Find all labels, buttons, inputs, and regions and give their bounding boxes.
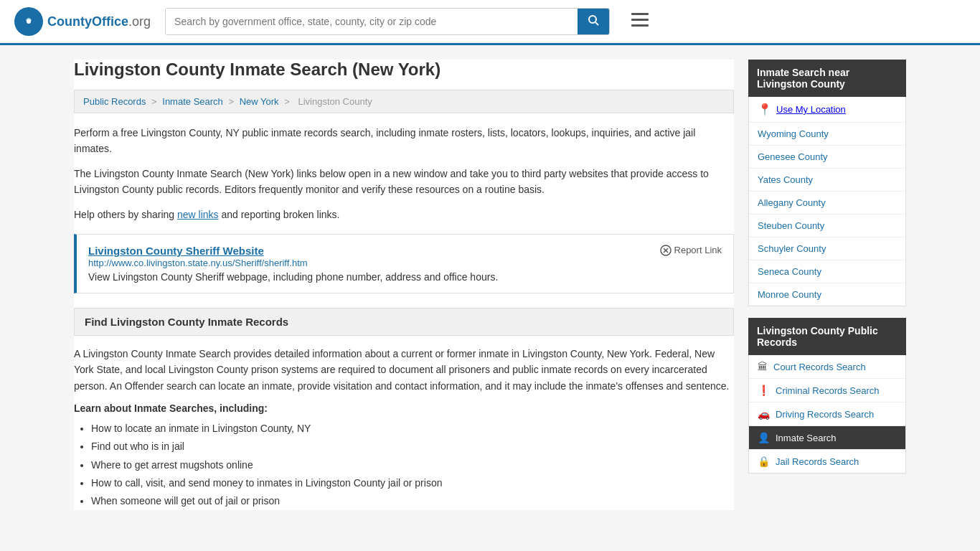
public-records-section: Livingston County Public Records 🏛 Court…: [748, 318, 906, 474]
svg-rect-5: [631, 19, 649, 21]
logo-name: CountyOffice: [47, 14, 128, 29]
inmate-icon: 👤: [758, 432, 770, 443]
criminal-records-link[interactable]: Criminal Records Search: [776, 385, 880, 396]
svg-point-1: [27, 19, 31, 24]
sidebar-pr-court-records[interactable]: 🏛 Court Records Search: [749, 355, 905, 379]
seneca-county-link[interactable]: Seneca County: [758, 266, 821, 277]
breadcrumb: Public Records > Inmate Search > New Yor…: [74, 90, 734, 113]
sidebar-pr-driving-records[interactable]: 🚗 Driving Records Search: [749, 402, 905, 426]
sidebar-item-allegany[interactable]: Allegany County: [749, 192, 905, 215]
sidebar-item-genesee[interactable]: Genesee County: [749, 146, 905, 169]
jail-icon: 🔒: [758, 456, 770, 467]
sidebar-item-steuben[interactable]: Steuben County: [749, 215, 905, 237]
list-item: How to locate an inmate in Livingston Co…: [91, 420, 734, 438]
nearby-header: Inmate Search near Livingston County: [748, 60, 906, 97]
learn-title: Learn about Inmate Searches, including:: [74, 402, 734, 414]
svg-point-2: [589, 16, 596, 23]
sheriff-link-card: Livingston County Sheriff Website Report…: [74, 234, 734, 293]
intro-paragraph-3: Help others by sharing new links and rep…: [74, 207, 734, 222]
search-button[interactable]: [578, 9, 609, 34]
wyoming-county-link[interactable]: Wyoming County: [758, 128, 829, 139]
site-header: CountyOffice.org: [0, 0, 980, 45]
sidebar-item-yates[interactable]: Yates County: [749, 169, 905, 192]
breadcrumb-new-york[interactable]: New York: [240, 96, 279, 107]
yates-county-link[interactable]: Yates County: [758, 174, 813, 185]
find-body-text: A Livingston County Inmate Search provid…: [74, 346, 734, 394]
find-section-title: Find Livingston County Inmate Records: [85, 316, 723, 328]
sheriff-website-link[interactable]: Livingston County Sheriff Website: [88, 245, 264, 257]
bullet-list: How to locate an inmate in Livingston Co…: [91, 420, 734, 510]
court-icon: 🏛: [758, 361, 768, 372]
hamburger-menu[interactable]: [631, 11, 649, 32]
main-content: Livingston County Inmate Search (New Yor…: [74, 60, 734, 510]
page-container: Livingston County Inmate Search (New Yor…: [60, 45, 920, 524]
list-item: Find out who is in jail: [91, 438, 734, 456]
page-title: Livingston County Inmate Search (New Yor…: [74, 60, 734, 80]
report-link-button[interactable]: Report Link: [660, 245, 722, 256]
monroe-county-link[interactable]: Monroe County: [758, 289, 821, 300]
jail-records-link[interactable]: Jail Records Search: [776, 456, 859, 467]
svg-rect-6: [631, 24, 649, 27]
logo-text: CountyOffice.org: [47, 14, 151, 29]
breadcrumb-inmate-search[interactable]: Inmate Search: [162, 96, 223, 107]
breadcrumb-public-records[interactable]: Public Records: [83, 96, 146, 107]
driving-icon: 🚗: [758, 408, 770, 420]
logo[interactable]: CountyOffice.org: [14, 7, 151, 36]
sidebar-item-monroe[interactable]: Monroe County: [749, 283, 905, 306]
use-my-location-link[interactable]: Use My Location: [776, 104, 846, 115]
steuben-county-link[interactable]: Steuben County: [758, 220, 824, 231]
nearby-section: Inmate Search near Livingston County 📍 U…: [748, 60, 906, 306]
sidebar-pr-jail-records[interactable]: 🔒 Jail Records Search: [749, 450, 905, 473]
logo-icon: [14, 7, 43, 36]
list-item: How to call, visit, and send money to in…: [91, 474, 734, 492]
sidebar: Inmate Search near Livingston County 📍 U…: [748, 60, 906, 510]
intro-paragraph-2: The Livingston County Inmate Search (New…: [74, 166, 734, 198]
schuyler-county-link[interactable]: Schuyler County: [758, 243, 826, 254]
intro-paragraph-1: Perform a free Livingston County, NY pub…: [74, 125, 734, 157]
allegany-county-link[interactable]: Allegany County: [758, 197, 826, 208]
use-location-item[interactable]: 📍 Use My Location: [749, 97, 905, 123]
location-icon: 📍: [758, 103, 772, 116]
new-links-link[interactable]: new links: [177, 209, 219, 220]
genesee-county-link[interactable]: Genesee County: [758, 151, 828, 162]
nearby-link-list: 📍 Use My Location Wyoming County Genesee…: [748, 97, 906, 306]
report-icon: [660, 245, 672, 256]
sheriff-url[interactable]: http://www.co.livingston.state.ny.us/She…: [88, 258, 308, 268]
criminal-icon: ❗: [758, 385, 770, 396]
list-item: Where to get arrest mugshots online: [91, 456, 734, 474]
sidebar-pr-inmate-search[interactable]: 👤 Inmate Search: [749, 426, 905, 450]
breadcrumb-current: Livingston County: [298, 96, 372, 107]
list-item: When someone will get out of jail or pri…: [91, 492, 734, 510]
svg-rect-4: [631, 13, 649, 15]
search-bar: [165, 8, 610, 35]
sheriff-description: View Livingston County Sheriff webpage, …: [88, 271, 722, 283]
svg-line-3: [595, 22, 598, 25]
sidebar-item-seneca[interactable]: Seneca County: [749, 260, 905, 283]
sidebar-pr-criminal-records[interactable]: ❗ Criminal Records Search: [749, 379, 905, 402]
search-input[interactable]: [166, 9, 578, 34]
inmate-search-link[interactable]: Inmate Search: [776, 433, 837, 443]
court-records-link[interactable]: Court Records Search: [773, 362, 866, 372]
find-section-header: Find Livingston County Inmate Records: [74, 308, 734, 336]
sidebar-item-schuyler[interactable]: Schuyler County: [749, 237, 905, 260]
logo-suffix: .org: [128, 14, 151, 29]
driving-records-link[interactable]: Driving Records Search: [776, 409, 874, 420]
public-records-header: Livingston County Public Records: [748, 318, 906, 355]
sidebar-item-wyoming[interactable]: Wyoming County: [749, 123, 905, 146]
public-records-list: 🏛 Court Records Search ❗ Criminal Record…: [748, 355, 906, 474]
